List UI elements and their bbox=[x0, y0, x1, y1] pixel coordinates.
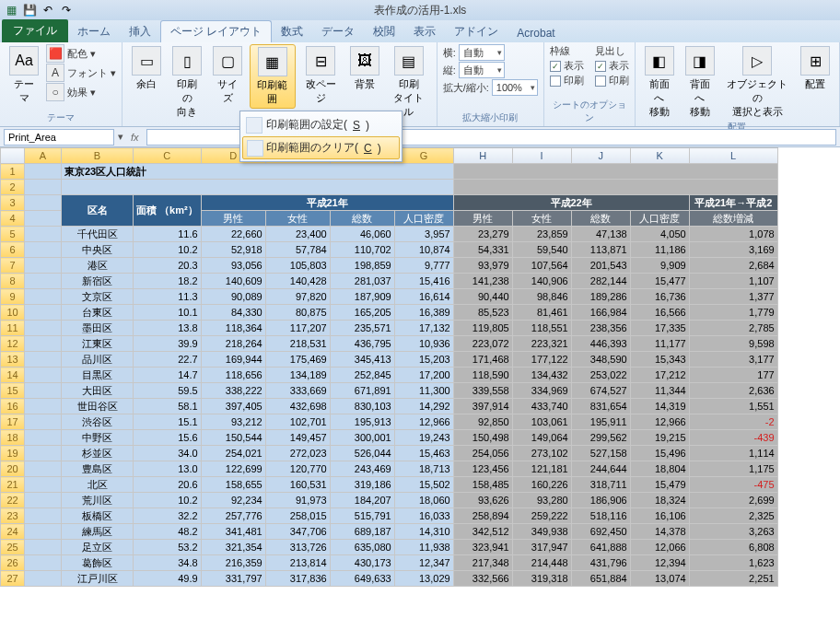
row-header[interactable]: 5 bbox=[1, 227, 25, 242]
cell[interactable]: 34.8 bbox=[134, 555, 202, 571]
cell[interactable]: 15,203 bbox=[394, 352, 453, 368]
cell[interactable]: 254,021 bbox=[201, 446, 265, 461]
cell[interactable]: 397,914 bbox=[453, 399, 512, 414]
scale-height-combo[interactable]: 自動 bbox=[459, 62, 505, 78]
cell[interactable]: 347,706 bbox=[265, 524, 330, 540]
cell[interactable]: 345,413 bbox=[330, 352, 394, 368]
cell[interactable]: 213,814 bbox=[265, 555, 330, 571]
cell[interactable]: 91,973 bbox=[265, 493, 330, 508]
cell[interactable]: -475 bbox=[689, 477, 777, 493]
orientation-button[interactable]: ▯印刷の 向き bbox=[169, 44, 205, 121]
cell[interactable]: 面積 （km²） bbox=[134, 195, 202, 227]
tab-data[interactable]: データ bbox=[312, 21, 364, 42]
cell[interactable]: 14,310 bbox=[394, 524, 453, 540]
cell[interactable]: 257,776 bbox=[201, 508, 265, 524]
fx-icon[interactable]: fx bbox=[127, 132, 143, 143]
row-header[interactable]: 8 bbox=[1, 274, 25, 289]
cell[interactable]: 281,037 bbox=[330, 274, 394, 289]
row-header[interactable]: 13 bbox=[1, 352, 25, 368]
row-header[interactable]: 14 bbox=[1, 368, 25, 383]
cell[interactable]: 84,330 bbox=[201, 305, 265, 321]
row-header[interactable]: 7 bbox=[1, 258, 25, 274]
cell[interactable]: 3,177 bbox=[689, 352, 777, 368]
cell[interactable]: 223,072 bbox=[453, 336, 512, 352]
cell[interactable]: 641,888 bbox=[571, 540, 630, 555]
cell[interactable]: 19,243 bbox=[394, 430, 453, 446]
cell[interactable]: 81,461 bbox=[512, 305, 571, 321]
cell[interactable]: 39.9 bbox=[134, 336, 202, 352]
col-header[interactable]: C bbox=[134, 148, 202, 164]
row-header[interactable]: 9 bbox=[1, 289, 25, 305]
cell[interactable]: 689,187 bbox=[330, 524, 394, 540]
cell[interactable]: 17,200 bbox=[394, 368, 453, 383]
cell[interactable]: 252,845 bbox=[330, 368, 394, 383]
cell[interactable] bbox=[25, 274, 62, 289]
cell[interactable]: 10.2 bbox=[134, 493, 202, 508]
cell[interactable]: 160,226 bbox=[512, 477, 571, 493]
cell[interactable]: 342,512 bbox=[453, 524, 512, 540]
cell[interactable]: 9,909 bbox=[630, 258, 689, 274]
cell[interactable]: 平成21年→平成2 bbox=[689, 195, 777, 211]
cell[interactable]: 177,122 bbox=[512, 352, 571, 368]
cell[interactable]: 692,450 bbox=[571, 524, 630, 540]
save-icon[interactable]: 💾 bbox=[22, 3, 37, 18]
cell[interactable]: 1,623 bbox=[689, 555, 777, 571]
cell[interactable]: 総数 bbox=[571, 211, 630, 227]
cell[interactable]: 446,393 bbox=[571, 336, 630, 352]
cell[interactable]: 59.5 bbox=[134, 383, 202, 399]
redo-icon[interactable]: ↷ bbox=[59, 3, 74, 18]
cell[interactable]: 431,796 bbox=[571, 555, 630, 571]
cell[interactable]: 85,523 bbox=[453, 305, 512, 321]
col-header[interactable]: J bbox=[571, 148, 630, 164]
cell[interactable]: 15,477 bbox=[630, 274, 689, 289]
cell[interactable]: 93,626 bbox=[453, 493, 512, 508]
cell[interactable]: 1,107 bbox=[689, 274, 777, 289]
row-header[interactable]: 16 bbox=[1, 399, 25, 414]
tab-insert[interactable]: 挿入 bbox=[120, 21, 160, 42]
cell[interactable]: 134,432 bbox=[512, 368, 571, 383]
breaks-button[interactable]: ⊟改ページ bbox=[299, 44, 344, 107]
row-header[interactable]: 15 bbox=[1, 383, 25, 399]
col-header[interactable]: K bbox=[630, 148, 689, 164]
cell[interactable]: 6,808 bbox=[689, 540, 777, 555]
cell[interactable]: 150,544 bbox=[201, 430, 265, 446]
cell[interactable]: 198,859 bbox=[330, 258, 394, 274]
cell[interactable]: 57,784 bbox=[265, 242, 330, 258]
row-header[interactable]: 25 bbox=[1, 540, 25, 555]
undo-icon[interactable]: ↶ bbox=[41, 3, 55, 18]
cell[interactable]: 80,875 bbox=[265, 305, 330, 321]
cell[interactable]: 140,428 bbox=[265, 274, 330, 289]
cell[interactable]: 526,044 bbox=[330, 446, 394, 461]
cell[interactable]: 119,805 bbox=[453, 321, 512, 336]
cell[interactable]: 92,850 bbox=[453, 414, 512, 430]
cell[interactable]: 160,531 bbox=[265, 477, 330, 493]
print-titles-button[interactable]: ▤印刷 タイトル bbox=[387, 44, 431, 121]
cell[interactable]: 140,906 bbox=[512, 274, 571, 289]
cell[interactable]: 201,543 bbox=[571, 258, 630, 274]
cell[interactable]: 214,448 bbox=[512, 555, 571, 571]
cell[interactable]: 118,656 bbox=[201, 368, 265, 383]
tab-page-layout[interactable]: ページ レイアウト bbox=[160, 20, 272, 42]
cell[interactable]: 1,779 bbox=[689, 305, 777, 321]
cell[interactable]: 2,636 bbox=[689, 383, 777, 399]
cell[interactable]: 14,319 bbox=[630, 399, 689, 414]
cell[interactable]: 11,938 bbox=[394, 540, 453, 555]
cell[interactable] bbox=[25, 477, 62, 493]
cell[interactable]: 人口密度 bbox=[394, 211, 453, 227]
size-button[interactable]: ▢サイズ bbox=[209, 44, 246, 107]
cell[interactable] bbox=[25, 368, 62, 383]
cell[interactable]: 171,468 bbox=[453, 352, 512, 368]
cell[interactable]: 52,918 bbox=[201, 242, 265, 258]
cell[interactable]: 430,173 bbox=[330, 555, 394, 571]
cell[interactable]: 東京23区人口統計 bbox=[62, 164, 454, 180]
cell[interactable]: 432,698 bbox=[265, 399, 330, 414]
row-header[interactable]: 19 bbox=[1, 446, 25, 461]
cell[interactable] bbox=[25, 336, 62, 352]
scale-combo[interactable]: 100% bbox=[492, 79, 538, 96]
cell[interactable]: 189,286 bbox=[571, 289, 630, 305]
cell[interactable]: 2,684 bbox=[689, 258, 777, 274]
cell[interactable]: 331,797 bbox=[201, 571, 265, 587]
cell[interactable]: 47,138 bbox=[571, 227, 630, 242]
set-print-area-item[interactable]: 印刷範囲の設定(S) bbox=[242, 113, 400, 136]
cell[interactable]: 433,740 bbox=[512, 399, 571, 414]
